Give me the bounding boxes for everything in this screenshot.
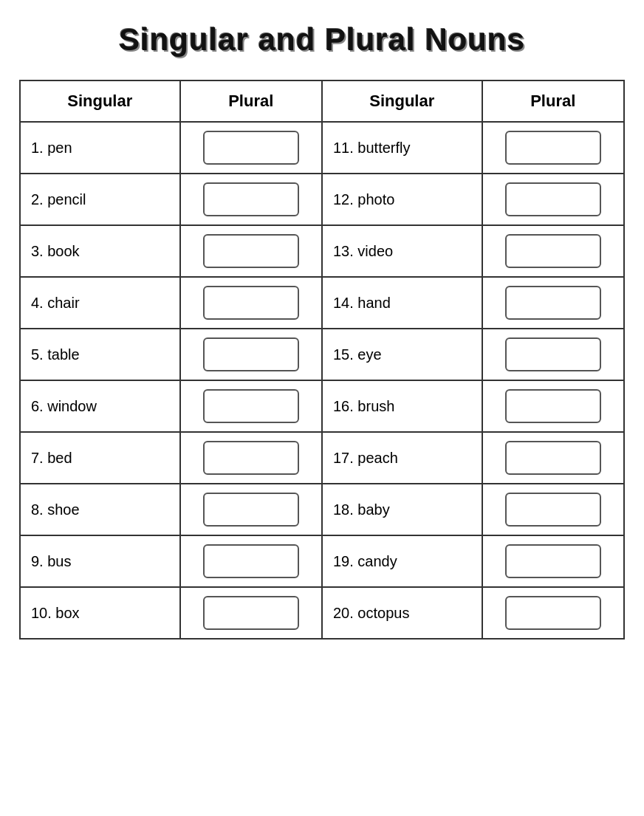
table-row: 4. chair14. hand <box>20 277 624 329</box>
singular-word-left-8: 8. shoe <box>20 484 180 535</box>
singular-word-left-10: 10. box <box>20 587 180 639</box>
plural-answer-left-1[interactable] <box>180 122 322 174</box>
singular-word-right-9: 19. candy <box>322 535 482 587</box>
answer-box-left-5[interactable] <box>203 337 299 371</box>
table-row: 6. window16. brush <box>20 380 624 432</box>
singular-word-left-1: 1. pen <box>20 122 180 174</box>
header-plural-right: Plural <box>482 80 625 122</box>
plural-answer-right-2[interactable] <box>482 174 625 225</box>
singular-word-right-7: 17. peach <box>322 432 482 484</box>
singular-word-left-7: 7. bed <box>20 432 180 484</box>
answer-box-right-1[interactable] <box>505 131 601 165</box>
singular-word-left-4: 4. chair <box>20 277 180 329</box>
nouns-table: Singular Plural Singular Plural 1. pen11… <box>19 80 625 640</box>
plural-answer-right-5[interactable] <box>482 329 625 380</box>
answer-box-left-3[interactable] <box>203 234 299 268</box>
singular-word-left-5: 5. table <box>20 329 180 380</box>
answer-box-right-10[interactable] <box>505 596 601 630</box>
plural-answer-right-1[interactable] <box>482 122 625 174</box>
answer-box-right-6[interactable] <box>505 389 601 423</box>
singular-word-left-2: 2. pencil <box>20 174 180 225</box>
table-row: 8. shoe18. baby <box>20 484 624 535</box>
plural-answer-left-4[interactable] <box>180 277 322 329</box>
table-row: 3. book13. video <box>20 225 624 277</box>
table-row: 5. table15. eye <box>20 329 624 380</box>
plural-answer-left-5[interactable] <box>180 329 322 380</box>
singular-word-left-3: 3. book <box>20 225 180 277</box>
singular-word-right-1: 11. butterfly <box>322 122 482 174</box>
table-row: 1. pen11. butterfly <box>20 122 624 174</box>
answer-box-right-3[interactable] <box>505 234 601 268</box>
answer-box-left-6[interactable] <box>203 389 299 423</box>
header-plural-left: Plural <box>180 80 322 122</box>
plural-answer-right-8[interactable] <box>482 484 625 535</box>
singular-word-left-6: 6. window <box>20 380 180 432</box>
singular-word-right-5: 15. eye <box>322 329 482 380</box>
plural-answer-right-3[interactable] <box>482 225 625 277</box>
answer-box-right-4[interactable] <box>505 286 601 320</box>
table-row: 9. bus19. candy <box>20 535 624 587</box>
answer-box-right-2[interactable] <box>505 182 601 216</box>
table-row: 7. bed17. peach <box>20 432 624 484</box>
page-title: Singular and Plural Nouns <box>119 22 525 58</box>
plural-answer-left-6[interactable] <box>180 380 322 432</box>
answer-box-left-10[interactable] <box>203 596 299 630</box>
answer-box-left-1[interactable] <box>203 131 299 165</box>
plural-answer-right-7[interactable] <box>482 432 625 484</box>
answer-box-right-8[interactable] <box>505 493 601 527</box>
answer-box-left-2[interactable] <box>203 182 299 216</box>
answer-box-left-7[interactable] <box>203 441 299 475</box>
header-singular-left: Singular <box>20 80 180 122</box>
plural-answer-right-6[interactable] <box>482 380 625 432</box>
header-singular-right: Singular <box>322 80 482 122</box>
answer-box-left-8[interactable] <box>203 493 299 527</box>
answer-box-right-9[interactable] <box>505 544 601 578</box>
answer-box-right-5[interactable] <box>505 337 601 371</box>
plural-answer-right-4[interactable] <box>482 277 625 329</box>
plural-answer-left-7[interactable] <box>180 432 322 484</box>
singular-word-right-4: 14. hand <box>322 277 482 329</box>
singular-word-left-9: 9. bus <box>20 535 180 587</box>
singular-word-right-3: 13. video <box>322 225 482 277</box>
singular-word-right-8: 18. baby <box>322 484 482 535</box>
answer-box-left-4[interactable] <box>203 286 299 320</box>
plural-answer-left-3[interactable] <box>180 225 322 277</box>
plural-answer-left-9[interactable] <box>180 535 322 587</box>
plural-answer-left-10[interactable] <box>180 587 322 639</box>
singular-word-right-10: 20. octopus <box>322 587 482 639</box>
table-row: 10. box20. octopus <box>20 587 624 639</box>
table-row: 2. pencil12. photo <box>20 174 624 225</box>
plural-answer-right-10[interactable] <box>482 587 625 639</box>
answer-box-right-7[interactable] <box>505 441 601 475</box>
answer-box-left-9[interactable] <box>203 544 299 578</box>
plural-answer-left-2[interactable] <box>180 174 322 225</box>
plural-answer-right-9[interactable] <box>482 535 625 587</box>
plural-answer-left-8[interactable] <box>180 484 322 535</box>
singular-word-right-2: 12. photo <box>322 174 482 225</box>
singular-word-right-6: 16. brush <box>322 380 482 432</box>
